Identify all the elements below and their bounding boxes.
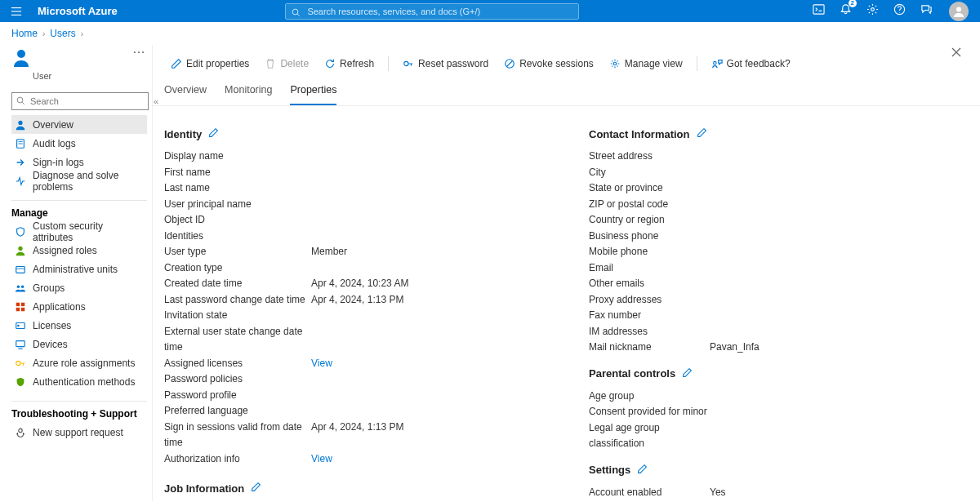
- got-feedback-button[interactable]: Got feedback?: [705, 55, 797, 73]
- edit-contact-icon[interactable]: [697, 127, 707, 140]
- property-key: Email: [589, 260, 710, 277]
- sidebar-item-licenses[interactable]: Licenses: [11, 316, 147, 335]
- property-row: City: [589, 165, 932, 181]
- property-key: Proxy addresses: [589, 292, 710, 309]
- tab-overview[interactable]: Overview: [164, 78, 207, 105]
- feedback-icon[interactable]: [920, 3, 933, 19]
- property-row: Authorization infoView: [164, 451, 523, 468]
- property-value: [710, 180, 932, 197]
- edit-parental-icon[interactable]: [682, 367, 693, 380]
- more-menu[interactable]: …: [132, 42, 145, 56]
- property-row: Sign in sessions valid from date timeApr…: [164, 420, 523, 451]
- sidebar-item-azure-role-assignments[interactable]: Azure role assignments: [11, 353, 147, 372]
- sidebar-item-administrative-units[interactable]: Administrative units: [11, 260, 147, 278]
- account-avatar[interactable]: [949, 2, 969, 21]
- pulse-icon: [15, 175, 26, 187]
- property-value: Apr 4, 2024, 10:23 AM: [311, 276, 523, 292]
- property-value: [710, 260, 932, 277]
- svg-point-14: [18, 246, 22, 250]
- property-key: State or province: [589, 180, 710, 197]
- sidebar-item-assigned-roles[interactable]: Assigned roles: [11, 241, 147, 260]
- device-icon: [15, 339, 26, 350]
- property-key: Assigned licenses: [164, 356, 311, 372]
- svg-point-27: [16, 361, 20, 365]
- property-row: Other emails: [589, 276, 932, 292]
- svg-point-34: [613, 62, 617, 65]
- key-icon: [403, 58, 414, 69]
- property-row: User typeMember: [164, 244, 523, 260]
- property-value[interactable]: View: [311, 356, 523, 372]
- breadcrumb-home[interactable]: Home: [11, 28, 38, 39]
- sidebar-item-overview[interactable]: Overview: [11, 115, 147, 134]
- property-value[interactable]: View: [311, 451, 523, 468]
- sidebar-item-devices[interactable]: Devices: [11, 335, 147, 353]
- reset-label: Reset password: [418, 58, 488, 69]
- property-row: First name: [164, 165, 523, 181]
- tab-monitoring[interactable]: Monitoring: [225, 78, 272, 105]
- sidebar-item-new-support-request[interactable]: New support request: [11, 423, 147, 442]
- settings-title: Settings: [589, 464, 630, 476]
- sidebar-item-applications[interactable]: Applications: [11, 297, 147, 316]
- settings-gear-icon[interactable]: [866, 3, 879, 19]
- key-icon: [15, 358, 26, 369]
- property-row: User principal name: [164, 197, 523, 213]
- property-value: [710, 165, 932, 181]
- sidebar-item-audit-logs[interactable]: Audit logs: [11, 134, 147, 153]
- sidebar-item-groups[interactable]: Groups: [11, 278, 147, 297]
- roleuser-icon: [15, 245, 26, 256]
- global-search-input[interactable]: [285, 3, 579, 20]
- refresh-button[interactable]: Refresh: [318, 55, 381, 73]
- property-value: [311, 403, 523, 420]
- property-row: Mobile phone: [589, 244, 932, 260]
- help-icon[interactable]: [893, 3, 906, 19]
- property-key: Usage location: [589, 500, 710, 501]
- sidebar-item-diagnose-and-solve-problems[interactable]: Diagnose and solve problems: [11, 171, 147, 190]
- content-scroll[interactable]: Identity Display nameFirst nameLast name…: [153, 106, 980, 501]
- top-bar: Microsoft Azure 2: [0, 0, 980, 22]
- property-value: [311, 260, 523, 277]
- property-key: Legal age group classification: [589, 420, 710, 452]
- property-key: Identities: [164, 229, 311, 245]
- notifications-icon[interactable]: 2: [840, 3, 852, 19]
- svg-point-17: [17, 285, 20, 288]
- breadcrumb-users[interactable]: Users: [50, 28, 75, 39]
- manage-view-button[interactable]: Manage view: [603, 55, 689, 73]
- property-value: [311, 197, 523, 213]
- property-row: Created date timeApr 4, 2024, 10:23 AM: [164, 276, 523, 292]
- sidebar-item-label: Licenses: [33, 320, 71, 331]
- block-icon: [504, 58, 515, 69]
- property-row: Identities: [164, 229, 523, 245]
- tab-properties[interactable]: Properties: [290, 78, 336, 105]
- property-key: Account enabled: [589, 485, 710, 501]
- edit-settings-icon[interactable]: [637, 464, 648, 477]
- property-row: Proxy addresses: [589, 292, 932, 309]
- sidebar-item-custom-security-attributes[interactable]: Custom security attributes: [11, 222, 147, 241]
- command-bar: Edit properties Delete Refresh Reset pas…: [153, 45, 980, 78]
- sidebar-nav: OverviewAudit logsSign-in logsDiagnose a…: [11, 115, 152, 501]
- svg-point-6: [871, 8, 875, 11]
- section-identity: Identity: [164, 127, 523, 140]
- hamburger-menu[interactable]: [0, 0, 33, 22]
- property-key: Sign in sessions valid from date time: [164, 420, 311, 451]
- property-row: Legal age group classification: [589, 420, 932, 452]
- edit-properties-button[interactable]: Edit properties: [164, 55, 256, 73]
- edit-job-icon[interactable]: [251, 482, 261, 495]
- sidebar-item-label: Sign-in logs: [33, 157, 84, 168]
- property-value: [311, 149, 523, 165]
- property-key: Object ID: [164, 212, 311, 229]
- close-blade-icon[interactable]: [951, 47, 962, 61]
- property-row: Street address: [589, 149, 932, 165]
- sidebar-search-input[interactable]: [11, 92, 149, 110]
- property-key: Street address: [589, 149, 710, 165]
- reset-password-button[interactable]: Reset password: [396, 55, 495, 73]
- revoke-sessions-button[interactable]: Revoke sessions: [497, 55, 600, 73]
- edit-identity-icon[interactable]: [208, 127, 219, 140]
- doc-icon: [15, 138, 26, 149]
- chevron-right-icon: ›: [42, 29, 45, 38]
- job-title: Job Information: [164, 482, 244, 495]
- cloud-shell-icon[interactable]: [813, 3, 825, 19]
- property-value: Pavan_Infa: [710, 340, 932, 356]
- property-key: Consent provided for minor: [589, 404, 710, 420]
- sidebar-item-authentication-methods[interactable]: Authentication methods: [11, 372, 147, 391]
- property-row: Email: [589, 260, 932, 277]
